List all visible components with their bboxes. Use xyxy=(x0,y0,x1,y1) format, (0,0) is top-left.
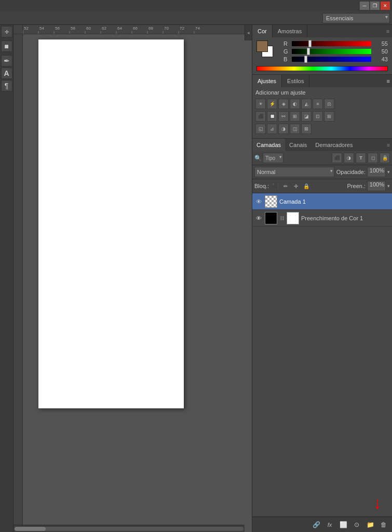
camadas-tabs-bar: Camadas Canais Demarcadores ≡ xyxy=(252,139,392,151)
v-ruler-svg xyxy=(13,34,23,450)
tab-demarcadores[interactable]: Demarcadores xyxy=(311,139,357,151)
opacity-arrow-icon[interactable]: ▾ xyxy=(387,169,390,175)
text-tool-button[interactable]: A xyxy=(1,68,12,79)
g-value: 50 xyxy=(373,48,388,55)
bottom-scrollbar[interactable] xyxy=(13,525,245,532)
filter-adjust-icon[interactable]: ◑ xyxy=(344,153,354,163)
threshold-icon-btn[interactable]: ⊿ xyxy=(267,124,277,134)
paragraph-tool-button[interactable]: ¶ xyxy=(1,80,12,91)
photo-icon-btn[interactable]: ◪ xyxy=(301,111,312,122)
posterize-icon-btn[interactable]: ◱ xyxy=(255,124,266,134)
hsl-icon-btn[interactable]: ◭ xyxy=(301,99,312,109)
restore-button[interactable]: ❐ xyxy=(370,2,380,10)
bloq-row: Bloq.: ⬛ ✏ ✛ 🔒 Preen.: 100% ▾ xyxy=(252,179,392,193)
green-slider-track[interactable] xyxy=(292,49,371,54)
tab-ajustes[interactable]: Ajustes xyxy=(252,75,282,87)
ajustes-menu[interactable]: ≡ xyxy=(387,75,392,87)
blend-mode-select[interactable]: Normal xyxy=(254,167,334,177)
lock-paint-icon[interactable]: ✏ xyxy=(281,182,290,190)
layer-fx-button[interactable]: fx xyxy=(325,520,335,530)
gradmap-icon-btn[interactable]: ◑ xyxy=(278,124,289,134)
tab-camadas[interactable]: Camadas xyxy=(252,139,285,151)
layers-list: 👁 Camada 1 👁 ⛓ Preenchimento de Cor 1 xyxy=(252,193,392,516)
blue-slider-track[interactable] xyxy=(292,57,371,62)
preen-arrow-icon[interactable]: ▾ xyxy=(387,183,390,189)
lock-pixels-icon[interactable]: ⬛ xyxy=(271,182,279,190)
curves-icon-btn[interactable]: ⚡ xyxy=(267,99,277,109)
blue-slider-thumb[interactable] xyxy=(304,56,307,63)
camadas-menu[interactable]: ≡ xyxy=(385,142,392,148)
layer-type-select[interactable]: Tipo xyxy=(263,153,283,163)
colorbalance-icon-btn[interactable]: ≡ xyxy=(313,99,323,109)
solidcolor-icon-btn[interactable]: ◫ xyxy=(290,124,300,134)
brightness-icon-btn[interactable]: ☀ xyxy=(255,99,266,109)
delete-layer-button[interactable]: 🗑 xyxy=(379,520,389,530)
minimize-button[interactable]: ─ xyxy=(360,2,369,10)
ajustes-menu-icon[interactable]: ≡ xyxy=(387,78,390,84)
add-adjustment-button[interactable]: ⊙ xyxy=(352,520,362,530)
pattern-icon-btn[interactable]: ⊠ xyxy=(301,124,312,134)
document-page xyxy=(38,39,184,408)
tab-estilos[interactable]: Estilos xyxy=(282,75,309,87)
tab-cor[interactable]: Cor xyxy=(252,25,273,37)
collapse-panel-button[interactable]: ◂ xyxy=(245,25,252,41)
scroll-thumb[interactable] xyxy=(15,527,46,531)
vibrance-icon-btn[interactable]: ◐ xyxy=(290,99,300,109)
scroll-track[interactable] xyxy=(15,527,244,531)
green-slider-thumb[interactable] xyxy=(307,48,310,55)
filter-shape-icon[interactable]: ◻ xyxy=(368,153,378,163)
exposure-icon-btn[interactable]: ◈ xyxy=(278,99,289,109)
svg-text:72: 72 xyxy=(180,26,184,31)
add-group-button[interactable]: 📁 xyxy=(365,520,375,530)
layer-visibility-toggle[interactable]: 👁 xyxy=(254,214,263,222)
channel-icon-btn[interactable]: ⊞ xyxy=(290,111,300,122)
tab-canais[interactable]: Canais xyxy=(285,139,311,151)
layer-chain-icon: ⛓ xyxy=(279,214,285,222)
workspace-bar: Essenciais xyxy=(0,11,392,25)
color-swatch-tool[interactable]: ■ xyxy=(1,41,12,52)
vertical-ruler xyxy=(13,34,23,525)
b-label: B xyxy=(283,56,290,62)
move-tool-button[interactable]: ✛ xyxy=(1,26,12,37)
document-canvas[interactable] xyxy=(23,34,245,525)
color-swatches xyxy=(256,41,275,59)
filter-pixel-icon[interactable]: ⬛ xyxy=(332,153,342,163)
filter-smart-icon[interactable]: 🔒 xyxy=(380,153,390,163)
red-slider-track[interactable] xyxy=(292,41,371,46)
ruler-ticks-svg: 52 54 56 58 60 62 64 66 68 xyxy=(23,25,245,34)
close-button[interactable]: ✕ xyxy=(381,2,390,10)
layer-type-select-wrap[interactable]: Tipo xyxy=(263,153,283,163)
layer-row[interactable]: 👁 ⛓ Preenchimento de Cor 1 xyxy=(252,210,392,227)
svg-text:62: 62 xyxy=(102,26,106,31)
colorlookup-icon-btn[interactable]: ⊡ xyxy=(313,111,323,122)
preen-value[interactable]: 100% xyxy=(367,181,386,191)
eyedropper-tool[interactable]: ✒ xyxy=(1,55,12,66)
red-slider-thumb[interactable] xyxy=(308,40,312,47)
gradient-icon-btn[interactable]: 🔲 xyxy=(267,111,277,122)
ajustes-content: Adicionar um ajuste ☀ ⚡ ◈ ◐ ◭ ≡ ⚖ ⬛ 🔲 ⚯ … xyxy=(252,87,392,138)
levels-icon-btn[interactable]: ⬛ xyxy=(255,111,266,122)
color-sliders: R 55 G 50 xyxy=(283,41,388,64)
tab-amostras[interactable]: Amostras xyxy=(273,25,307,37)
layer-name: Camada 1 xyxy=(279,198,390,205)
bloq-label: Bloq.: xyxy=(254,183,269,189)
color-spectrum-bar[interactable] xyxy=(256,66,388,71)
workspace-dropdown[interactable]: Essenciais xyxy=(322,13,390,23)
lock-all-icon[interactable]: 🔒 xyxy=(302,182,310,190)
foreground-color-swatch[interactable] xyxy=(256,41,268,52)
add-mask-button[interactable]: ⬜ xyxy=(338,520,348,530)
filter-text-icon[interactable]: T xyxy=(356,153,366,163)
ruler-row: 52 54 56 58 60 62 64 66 68 xyxy=(13,25,245,34)
selective-icon-btn[interactable]: ⚯ xyxy=(278,111,289,122)
invert-icon-btn[interactable]: ⊞ xyxy=(324,111,334,122)
layer-row[interactable]: 👁 Camada 1 xyxy=(252,193,392,210)
blend-mode-select-wrap[interactable]: Normal xyxy=(254,167,334,177)
bw-icon-btn[interactable]: ⚖ xyxy=(324,99,334,109)
lock-move-icon[interactable]: ✛ xyxy=(292,182,300,190)
color-panel-menu[interactable]: ≡ xyxy=(384,25,392,37)
opacity-value[interactable]: 100% xyxy=(367,167,386,177)
link-layers-button[interactable]: 🔗 xyxy=(311,520,321,530)
blue-slider-row: B 43 xyxy=(283,56,388,62)
layer-visibility-toggle[interactable]: 👁 xyxy=(254,197,263,206)
workspace-select[interactable]: Essenciais xyxy=(322,13,390,23)
